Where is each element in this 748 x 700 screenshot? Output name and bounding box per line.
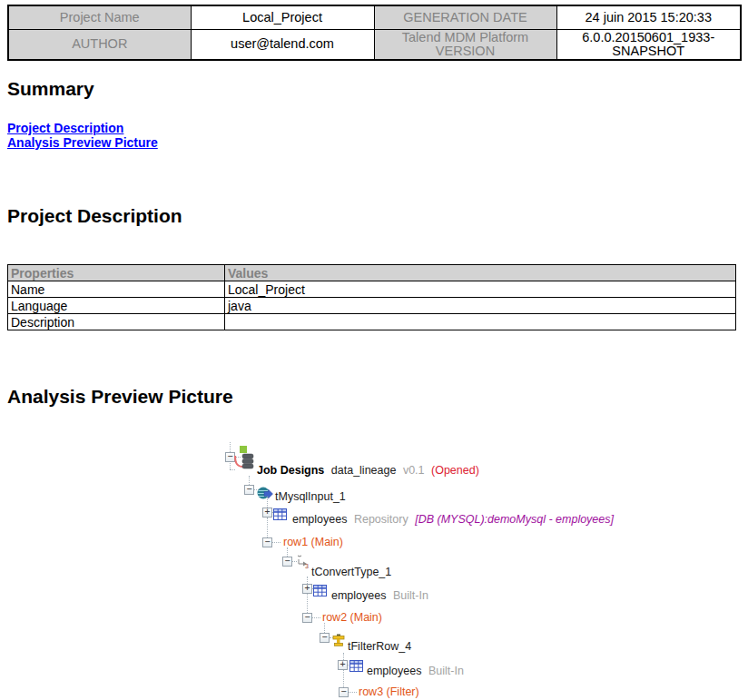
tree-node-tfilterrow: tFilterRow_4 <box>348 640 411 654</box>
table-row: Description <box>8 314 736 330</box>
component-label: tFilterRow_4 <box>348 640 411 653</box>
component-label: tConvertType_1 <box>311 566 391 578</box>
author-value: user@talend.com <box>191 29 374 60</box>
job-name: data_lineage <box>331 464 397 477</box>
connection-label: row2 (Main) <box>322 611 382 624</box>
collapse-toggle-icon: − <box>244 485 254 495</box>
schema-origin: Built-In <box>428 665 464 677</box>
expand-toggle-icon: + <box>302 584 312 594</box>
property-name: Description <box>8 314 225 330</box>
link-analysis-preview-picture[interactable]: Analysis Preview Picture <box>7 135 158 150</box>
schema-label: employees <box>367 665 421 677</box>
schema-table-icon <box>273 508 287 520</box>
version-label: Talend MDM Platform VERSION <box>374 29 556 60</box>
job-version: v0.1 <box>403 464 425 477</box>
project-name-label: Project Name <box>8 5 191 29</box>
tree-connector-line <box>349 692 357 693</box>
author-label: AUTHOR <box>8 29 191 60</box>
table-row: Name Local_Project <box>8 281 736 298</box>
generation-date-value: 24 juin 2015 15:20:33 <box>556 5 741 29</box>
version-value: 6.0.0.20150601_1933-SNAPSHOT <box>556 29 741 60</box>
link-project-description[interactable]: Project Description <box>7 121 158 135</box>
job-designs-icon <box>232 444 254 471</box>
property-value <box>225 314 736 330</box>
properties-column-header: Properties <box>8 265 225 281</box>
schema-label: employees <box>331 589 386 602</box>
convert-type-component-icon: 3 <box>294 554 310 569</box>
job-status: (Opened) <box>431 464 479 477</box>
connection-label: row3 (Filter) <box>359 685 419 698</box>
tree-node-employees-builtin: employees Built-In <box>331 589 428 603</box>
tree-connector-line <box>230 463 231 469</box>
values-column-header: Values <box>225 265 736 281</box>
table-row: Language java <box>8 298 736 314</box>
tree-node-employees-builtin: employees Built-In <box>367 665 464 678</box>
svg-text:3: 3 <box>305 563 309 569</box>
schema-label: employees <box>292 513 347 526</box>
report-page: Project Name Local_Project GENERATION DA… <box>0 0 748 700</box>
summary-heading: Summary <box>7 79 94 99</box>
tree-node-tconverttype: tConvertType_1 <box>311 566 391 579</box>
tree-connector-line <box>267 518 268 537</box>
property-value: Local_Project <box>225 281 736 298</box>
project-name-value: Local_Project <box>191 5 374 29</box>
property-name: Language <box>8 298 225 314</box>
tree-node-row3: row3 (Filter) <box>359 685 419 699</box>
property-value: java <box>225 298 736 314</box>
analysis-preview-tree-picture: − − + − − + − − + − <box>0 442 748 700</box>
collapse-toggle-icon: − <box>282 557 292 567</box>
collapse-toggle-icon: − <box>320 633 330 643</box>
collapse-toggle-icon: − <box>302 613 312 623</box>
property-name: Name <box>8 281 225 298</box>
schema-table-icon <box>349 660 363 672</box>
tree-node-employees-repository: employees Repository [DB (MYSQL):demoMys… <box>292 513 614 527</box>
connection-label: row1 (Main) <box>283 536 343 548</box>
project-description-heading: Project Description <box>7 206 182 226</box>
summary-links: Project Description Analysis Preview Pic… <box>7 121 158 151</box>
mysql-input-component-icon <box>257 487 273 499</box>
filter-row-component-icon <box>331 634 346 647</box>
schema-table-icon <box>313 585 327 596</box>
component-label: tMysqlInput_1 <box>275 490 346 503</box>
tree-node-row2: row2 (Main) <box>322 611 382 625</box>
analysis-preview-heading: Analysis Preview Picture <box>7 387 233 407</box>
job-designs-label: Job Designs <box>257 464 324 477</box>
collapse-toggle-icon: − <box>262 537 272 547</box>
tree-connector-line <box>272 542 280 543</box>
generation-date-label: GENERATION DATE <box>374 5 556 29</box>
repository-detail: [DB (MYSQL):demoMysql - employees] <box>415 513 614 526</box>
schema-origin: Repository <box>354 513 408 526</box>
collapse-toggle-icon: − <box>339 687 349 697</box>
report-header-table: Project Name Local_Project GENERATION DA… <box>7 5 742 61</box>
tree-node-row1: row1 (Main) <box>283 536 343 549</box>
schema-origin: Built-In <box>393 589 428 602</box>
expand-toggle-icon: + <box>262 508 272 518</box>
tree-node-job-designs: Job Designs data_lineage v0.1 (Opened) <box>257 464 479 478</box>
tree-connector-line <box>343 670 344 687</box>
expand-toggle-icon: + <box>338 660 348 670</box>
tree-connector-line <box>312 617 320 618</box>
tree-node-tmysqlinput: tMysqlInput_1 <box>275 490 346 504</box>
tree-connector-line <box>307 594 308 613</box>
project-properties-table: Properties Values Name Local_Project Lan… <box>7 264 736 330</box>
